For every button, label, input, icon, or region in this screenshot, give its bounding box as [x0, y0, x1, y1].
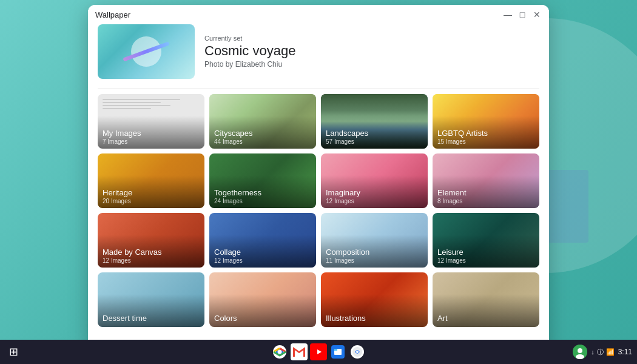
svg-rect-8	[334, 349, 337, 351]
grid-item-count: 12 Images	[326, 198, 360, 204]
taskbar-left: ⊞	[5, 343, 22, 360]
section-divider	[98, 89, 539, 89]
grid-item-label: Illustrations	[326, 314, 366, 323]
grid-item-illustrations[interactable]: Illustrations	[321, 272, 428, 327]
maximize-button[interactable]: □	[517, 10, 527, 19]
taskbar: ⊞	[0, 340, 637, 364]
grid-item-made-by-canvas[interactable]: Made by Canvas 12 Images	[98, 213, 204, 268]
taskbar-center	[271, 343, 366, 360]
grid-item-text: Element 8 Images	[433, 184, 471, 208]
grid-item-label: Heritage	[103, 188, 132, 198]
svg-point-14	[576, 354, 584, 359]
window-content: Currently set Cosmic voyage Photo by Eli…	[88, 24, 549, 351]
grid-item-text: Art	[433, 310, 453, 327]
grid-item-collage[interactable]: Collage 12 Images	[209, 213, 316, 268]
taskbar-right: ↓ ⓘ 📶 3:11	[573, 345, 632, 359]
grid-item-count: 57 Images	[326, 138, 368, 145]
grid-item-label: Landscapes	[326, 129, 368, 138]
grid-item-text: My Images 7 Images	[98, 125, 146, 149]
grid-item-text: Composition 11 Images	[321, 244, 374, 268]
grid-item-count: 15 Images	[437, 138, 488, 145]
grid-item-text: Collage 12 Images	[209, 244, 248, 268]
window-title: Wallpaper	[95, 10, 130, 19]
grid-item-text: Illustrations	[321, 310, 371, 327]
grid-item-label: Cityscapes	[214, 129, 253, 138]
grid-item-art[interactable]: Art	[433, 272, 539, 327]
system-clock: 3:11	[618, 348, 632, 356]
chrome-icon[interactable]	[271, 343, 288, 360]
info-icon: ⓘ	[597, 348, 604, 357]
grid-item-label: Art	[437, 314, 448, 323]
svg-point-13	[578, 348, 582, 353]
grid-item-text: Dessert time	[98, 310, 152, 327]
grid-item-count: 12 Images	[437, 257, 466, 264]
grid-item-label: Composition	[326, 248, 369, 257]
grid-item-text: Cityscapes 44 Images	[209, 125, 258, 149]
grid-item-composition[interactable]: Composition 11 Images	[321, 213, 428, 268]
currently-set-label: Currently set	[204, 35, 295, 42]
grid-item-landscapes[interactable]: Landscapes 57 Images	[321, 94, 428, 149]
wallpaper-grid: My Images 7 Images Cityscapes 44 Images …	[98, 94, 539, 327]
grid-item-label: My Images	[103, 129, 141, 138]
gmail-icon[interactable]	[291, 343, 308, 360]
grid-item-count: 44 Images	[214, 138, 253, 145]
current-wallpaper-preview	[98, 24, 195, 79]
grid-item-label: Element	[437, 188, 467, 198]
wifi-icon: 📶	[606, 348, 615, 356]
youtube-icon[interactable]	[310, 343, 327, 360]
grid-item-text: Landscapes 57 Images	[321, 125, 373, 149]
current-wallpaper-section: Currently set Cosmic voyage Photo by Eli…	[98, 24, 539, 79]
grid-item-leisure[interactable]: Leisure 12 Images	[433, 213, 539, 268]
grid-item-label: Leisure	[437, 248, 466, 257]
grid-item-count: 7 Images	[103, 138, 141, 145]
download-icon: ↓	[591, 348, 595, 356]
grid-item-imaginary[interactable]: Imaginary 12 Images	[321, 153, 428, 208]
grid-item-togetherness[interactable]: Togetherness 24 Images	[209, 153, 316, 208]
grid-item-cityscapes[interactable]: Cityscapes 44 Images	[209, 94, 316, 149]
grid-item-count: 12 Images	[214, 257, 243, 264]
user-avatar[interactable]	[573, 345, 587, 359]
grid-item-heritage[interactable]: Heritage 20 Images	[98, 153, 204, 208]
launcher-button[interactable]: ⊞	[5, 343, 22, 360]
close-button[interactable]: ✕	[532, 10, 542, 19]
files-icon[interactable]	[329, 343, 346, 360]
grid-item-text: Colors	[209, 310, 242, 327]
current-wallpaper-info: Currently set Cosmic voyage Photo by Eli…	[204, 35, 295, 69]
grid-item-lgbtq-artists[interactable]: LGBTQ Artists 15 Images	[433, 94, 539, 149]
wallpaper-author: Photo by Elizabeth Chiu	[204, 60, 295, 69]
grid-item-text: Made by Canvas 12 Images	[98, 244, 167, 268]
grid-item-my-images[interactable]: My Images 7 Images	[98, 94, 204, 149]
grid-item-count: 12 Images	[103, 257, 162, 264]
grid-item-label: Imaginary	[326, 188, 360, 198]
discover-icon[interactable]	[349, 343, 366, 360]
minimize-button[interactable]: —	[503, 10, 513, 19]
svg-point-2	[278, 350, 282, 354]
grid-item-count: 8 Images	[437, 198, 467, 204]
grid-item-label: Dessert time	[103, 314, 147, 323]
svg-point-11	[356, 351, 359, 353]
grid-item-label: LGBTQ Artists	[437, 129, 488, 138]
title-bar: Wallpaper — □ ✕	[88, 5, 549, 24]
grid-item-text: Leisure 12 Images	[433, 244, 471, 268]
grid-item-text: Togetherness 24 Images	[209, 184, 266, 208]
grid-item-text: LGBTQ Artists 15 Images	[433, 125, 493, 149]
grid-item-element[interactable]: Element 8 Images	[433, 153, 539, 208]
grid-item-label: Made by Canvas	[103, 248, 162, 257]
grid-item-count: 24 Images	[214, 198, 261, 204]
grid-item-count: 11 Images	[326, 257, 369, 264]
grid-item-label: Collage	[214, 248, 243, 257]
status-icons: ↓ ⓘ 📶	[591, 348, 615, 357]
wallpaper-window: Wallpaper — □ ✕ Currently set Cosmic voy…	[88, 5, 549, 351]
window-controls: — □ ✕	[503, 10, 542, 19]
grid-item-count: 20 Images	[103, 198, 132, 204]
wallpaper-name: Cosmic voyage	[204, 43, 295, 59]
grid-item-text: Heritage 20 Images	[98, 184, 137, 208]
grid-item-colors[interactable]: Colors	[209, 272, 316, 327]
grid-item-label: Colors	[214, 314, 237, 323]
grid-item-text: Imaginary 12 Images	[321, 184, 365, 208]
grid-item-label: Togetherness	[214, 188, 261, 198]
grid-item-dessert-time[interactable]: Dessert time	[98, 272, 204, 327]
